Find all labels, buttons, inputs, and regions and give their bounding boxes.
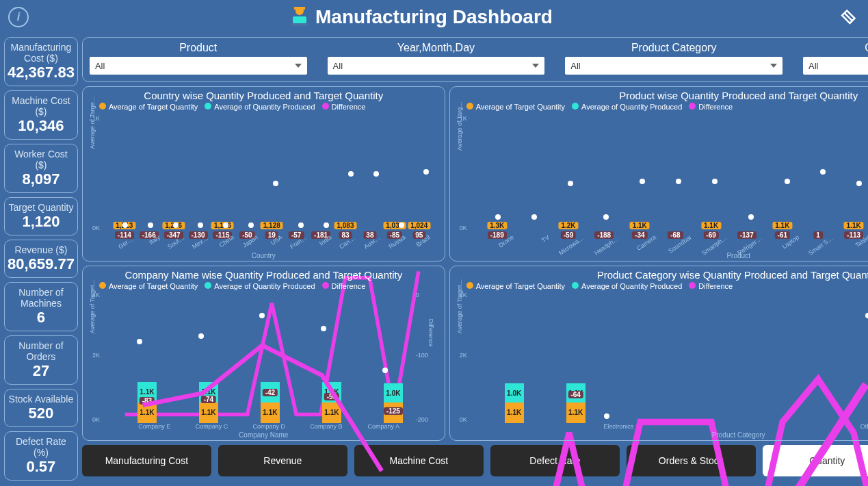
diff-label: -59 [324,393,339,400]
x-axis-label: Company Name [88,431,439,439]
info-icon[interactable]: i [8,7,29,27]
legend: Average of Target Quantity Average of Qu… [99,103,439,111]
chart-title: Product wise Quantity Produced and Targe… [456,90,868,101]
kpi-value: 1,120 [8,213,75,231]
legend: Average of Target Quantity Average of Qu… [99,282,439,290]
diff-label: -83 [140,397,155,405]
plot-area: Average of Target… Difference 4K2K0K 0-1… [109,292,416,423]
kpi-card: Number of Machines6 [4,282,78,331]
tab-bar: Manufacturing CostRevenueMachine CostDef… [82,445,868,476]
data-label: 1,083 [334,222,356,229]
legend: Average of Target Quantity Average of Qu… [466,103,868,111]
filter-select[interactable]: All [565,57,782,75]
kpi-card: Machine Cost ($)10,346 [4,90,78,140]
bar-group[interactable]: 1.1K 1.0K [494,383,535,423]
kpi-value: 0.57 [8,458,75,476]
data-label: 1.1K [701,222,721,229]
kpi-label: Stock Available [8,394,75,405]
filter-select[interactable]: All [90,57,307,75]
kpi-label: Machine Cost ($) [8,95,75,117]
kpi-value: 10,346 [8,117,75,135]
tab-orders-stock[interactable]: Orders & Stock [627,445,756,476]
header: i Manufacturing Dashboard [0,0,868,34]
svg-rect-2 [293,16,306,23]
diff-label: 1 [813,231,823,239]
data-label: 1,024 [408,222,430,229]
kpi-value: 80,659.77 [8,255,75,273]
filter-label: Year,Month,Day [397,42,475,54]
worker-icon [287,4,312,29]
kpi-card: Target Quantity1,120 [4,197,78,235]
kpi-card: Revenue ($)80,659.77 [4,240,78,278]
kpi-panel: Manufacturing Cost ($)42,367.83Machine C… [4,37,78,476]
filter-select[interactable]: All [328,57,545,75]
clear-filters-icon[interactable] [838,5,860,27]
diff-label: -59 [561,231,576,239]
kpi-value: 6 [8,309,75,327]
kpi-card: Number of Orders27 [4,335,78,385]
kpi-value: 520 [8,405,75,422]
x-axis-label: Product Category [456,431,868,439]
kpi-label: Target Quantity [8,202,75,213]
diff-label: -61 [775,231,790,239]
filter-label: Product [179,42,217,54]
bar-group[interactable]: 1.1K 1.0K -125 [373,383,414,423]
kpi-label: Number of Orders [8,340,75,362]
kpi-card: Defect Rate (%)0.57 [4,431,78,481]
plot-area: Average of Target… Difference 4K2K0K -60… [476,292,868,423]
diff-label: -34 [632,231,647,239]
page-title: Manufacturing Dashboard [315,6,553,28]
filter-select[interactable]: All [803,57,868,75]
tab-quantity[interactable]: Quantity [763,445,868,476]
diff-label: -42 [263,389,278,396]
filter-label: Country, State, City [865,42,868,54]
bar-group[interactable]: 1.1K 1.1K -42 [250,382,291,424]
kpi-value: 42,367.83 [8,64,75,81]
bar-group[interactable]: 1.1K 1.0K -64 [555,383,596,423]
data-label: 1.1K [844,222,864,229]
diff-label: -64 [568,391,583,398]
x-axis-label: Country [88,252,439,259]
chart-country: Country wise Quantity Produced and Targe… [82,86,445,261]
tab-revenue[interactable]: Revenue [218,445,347,476]
bar-group[interactable]: 1.1K 1.1K -83 [127,382,168,424]
data-label: 1.1K [772,222,792,229]
kpi-card: Stock Available520 [4,389,78,427]
chart-category: Product Category wise Quantity Produced … [449,266,868,441]
kpi-label: Revenue ($) [8,244,75,255]
kpi-label: Worker Cost ($) [8,149,75,170]
kpi-value: 8,097 [8,170,75,188]
data-label: 1.2K [558,222,578,229]
tab-defect-rate[interactable]: Defect Rate [490,445,620,476]
kpi-label: Defect Rate (%) [8,436,75,458]
chart-product: Product wise Quantity Produced and Targe… [449,86,868,261]
bar-group[interactable]: 1.1K 1.1K -59 [311,382,352,424]
filter-label: Product Category [631,42,717,54]
diff-label: -69 [703,231,718,239]
x-axis: ElectronicsOthers [494,423,868,430]
chart-title: Product Category wise Quantity Produced … [456,269,868,281]
svg-rect-1 [294,7,305,10]
svg-rect-3 [291,23,308,26]
legend: Average of Target Quantity Average of Qu… [466,282,868,290]
tab-machine-cost[interactable]: Machine Cost [354,445,484,476]
diff-label: -74 [201,396,216,403]
bar-group[interactable]: 1.1K 1.1K -74 [188,382,229,424]
kpi-card: Manufacturing Cost ($)42,367.83 [4,37,78,86]
kpi-label: Manufacturing Cost ($) [8,42,75,64]
x-axis-label: Product [456,252,868,259]
data-label: 1.1K [630,222,650,229]
plot-area: Average of Targe… 1K0K 1,213 -114 -166 1… [109,112,435,231]
tab-manufacturing-cost[interactable]: Manufacturing Cost [82,445,211,476]
kpi-card: Worker Cost ($)8,097 [4,144,78,193]
kpi-value: 27 [8,362,75,380]
plot-area: Average of Targ… 1K0K 1.3K -189 1.2K -59 [476,112,868,231]
diff-label: -68 [668,231,683,239]
chart-title: Company Name wise Quantity Produced and … [88,269,439,281]
chart-company: Company Name wise Quantity Produced and … [82,266,445,441]
data-label: 1,128 [261,222,283,229]
data-label: 1.3K [487,222,507,229]
chevron-down-icon [532,64,539,68]
chevron-down-icon [295,64,302,68]
chevron-down-icon [770,64,777,68]
